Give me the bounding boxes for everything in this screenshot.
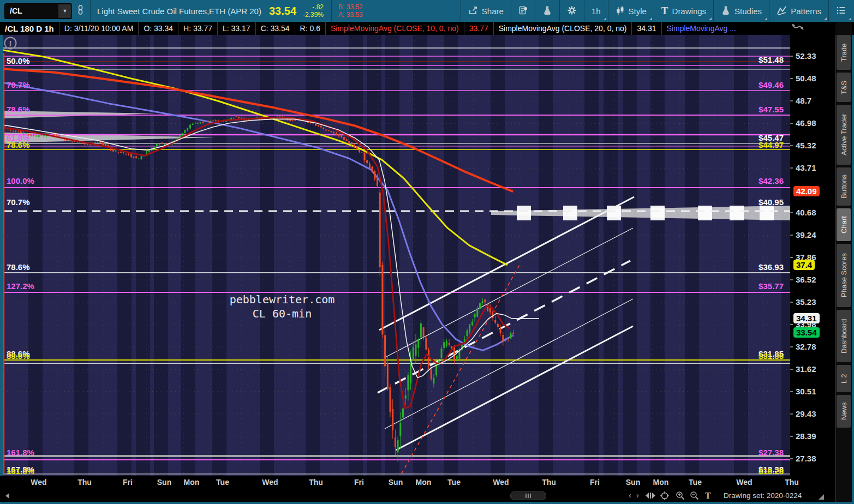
chart-info-icon[interactable]: ! [5,38,16,49]
candle [164,144,165,145]
candle [364,153,366,160]
time-axis-label: Sun [157,478,171,487]
sidebar-tab-buttons[interactable]: Buttons [837,167,851,206]
sidebar-tab-l-2[interactable]: L 2 [837,365,851,392]
candle [500,328,501,333]
drawings-button[interactable]: T Drawings [654,0,713,22]
price-tick-label: 32.78 [796,342,816,351]
candle [207,121,209,121]
price-tick-label: 48.7 [796,96,811,105]
candle [372,166,373,171]
candle [125,154,127,154]
top-toolbar: /CL ▼ Light Sweet Crude Oil Futures,ETH … [0,0,854,22]
candle [413,347,414,361]
candle [433,378,434,383]
study-sma10-label[interactable]: SimpleMovingAvg (CLOSE, 10, 0, no) [326,22,464,35]
candle [197,123,199,123]
svg-text:161.8%: 161.8% [7,466,34,476]
study-sma3-label[interactable]: SimpleMovingAvg ... [662,22,741,35]
price-tick-label: 52.33 [796,51,816,61]
text-note-icon[interactable]: T [705,491,711,501]
candle [510,333,511,338]
crosshair-icon[interactable] [660,491,669,502]
patterns-button[interactable]: Patterns [769,0,828,22]
price-tick-label: 35.23 [796,297,816,307]
candle [233,118,235,118]
candle [205,122,206,122]
price-axis[interactable]: 52.3350.4848.746.9845.3243.7140.6839.243… [790,35,835,476]
zoom-out-icon[interactable] [690,491,699,502]
svg-text:70.7%: 70.7% [7,80,30,89]
ask-value: A: 33.53 [338,11,363,19]
symbol-input[interactable]: /CL ▼ [4,3,72,19]
sidebar-tab-dashboard[interactable]: Dashboard [837,310,851,362]
axis-tick-mark [790,145,793,146]
share-button[interactable]: Share [461,0,511,22]
candle [512,333,514,334]
candle [361,153,363,153]
resize-handle-icon[interactable] [819,494,824,500]
candle [356,147,357,149]
fit-width-icon[interactable] [646,491,655,501]
symbol-dropdown-icon[interactable]: ▼ [58,4,71,18]
price-badge-33.54: 33.54 [793,327,820,338]
study-sma20-label[interactable]: SimpleMovingAvg (CLOSE, 20, 0, no) [494,22,632,35]
axis-tick-mark [790,257,793,258]
link-icon[interactable] [76,5,85,17]
auto-scale-icon[interactable] [791,23,804,36]
time-axis-label: Thu [542,478,556,487]
analysis-flask-button[interactable] [535,0,559,22]
share-icon [468,5,478,17]
svg-text:161.8%: 161.8% [7,448,34,457]
time-axis-label: Sun [626,478,640,487]
candle [343,137,345,140]
sidebar-tab-phase-scores[interactable]: Phase Scores [837,244,851,307]
candle [179,135,181,137]
candle [323,128,324,129]
candle [431,368,432,379]
timeframe-button[interactable]: 1h [584,0,608,22]
sidebar-tab-t-s[interactable]: T&S [837,73,851,102]
chart-scrollbar[interactable] [510,491,546,500]
candle [405,395,407,399]
time-axis-label: Thu [309,478,323,487]
notes-button[interactable] [511,0,535,22]
pan-left-arrow-icon[interactable] [5,493,9,499]
svg-text:$40.95: $40.95 [759,197,784,207]
field-date: D: 3/11/20 10:00 AM [59,22,139,35]
time-axis-label: Mon [653,478,669,487]
time-axis[interactable]: WedThuFriSunMonTueWedThuFriSunMonTueWedT… [0,476,835,490]
settings-button[interactable] [560,0,584,22]
candle [236,117,237,117]
time-axis-label: Wed [736,478,752,487]
zoom-in-icon[interactable] [676,491,685,502]
list-menu-icon [836,6,846,16]
candle [215,121,217,122]
studies-button[interactable]: Studies [714,0,769,22]
step-forward-icon[interactable]: › [636,490,639,500]
chart-menu-button[interactable] [829,0,853,22]
axis-tick-mark [790,100,793,101]
candle [425,338,427,350]
candle [392,409,393,430]
candle [212,121,214,121]
chart-style-icon [616,5,625,17]
candle [318,125,319,127]
sidebar-tab-trade[interactable]: Trade [837,35,851,70]
price-chart[interactable]: 50.0%70.7%78.6%61.8%78.6%100.0%70.7%78.6… [3,35,790,476]
sidebar-tab-news[interactable]: News [837,395,851,428]
thinkorswim-window: /CL ▼ Light Sweet Crude Oil Futures,ETH … [0,0,854,504]
sidebar-tab-active-trader[interactable]: Active Trader [837,105,851,165]
candle [441,349,443,358]
sidebar-tab-chart[interactable]: Chart [837,208,851,241]
step-back-icon[interactable]: ‹ [629,490,631,500]
chart-area[interactable]: 50.0%70.7%78.6%61.8%78.6%100.0%70.7%78.6… [3,35,790,476]
time-axis-label: Wed [31,478,46,487]
drawing-set-label[interactable]: Drawing set: 2020-0224 [724,491,802,500]
style-button[interactable]: Style [608,0,654,22]
candle [395,437,396,447]
symbol-text: /CL [5,7,58,15]
candle [423,327,425,337]
candle [17,131,19,131]
svg-text:$27.38: $27.38 [759,448,784,457]
